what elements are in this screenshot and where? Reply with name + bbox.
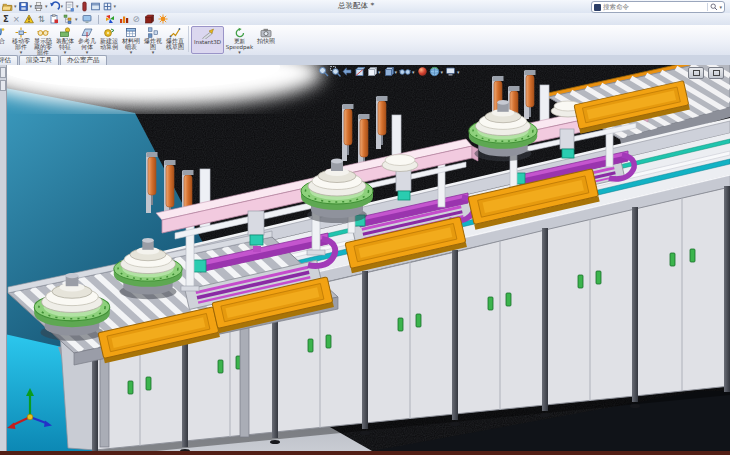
window-maximize-button[interactable] [708, 67, 724, 79]
save-icon [18, 1, 29, 12]
previous-view-icon [342, 66, 353, 77]
selection-filter-button[interactable] [80, 1, 89, 13]
no-entry-button[interactable]: ⊘ [133, 14, 140, 24]
window-layout-button[interactable] [90, 1, 101, 13]
title-bar: ▾ ▾ ▾ ▾ ▾ ▾ 总装配体 * ▾ [0, 0, 730, 14]
zoom-to-area-icon [330, 66, 341, 77]
display-style-icon [383, 66, 394, 77]
search-commands-box[interactable]: ▾ [591, 1, 725, 13]
view-orientation-button[interactable]: ▾ [366, 66, 382, 77]
ribbon-button-take-snapshot[interactable]: 拍快照 [255, 26, 277, 44]
document-properties-button[interactable]: ▾ [64, 1, 79, 13]
ribbon-button-move-component[interactable]: 移动零部件 ▾ [10, 26, 32, 55]
print-icon [33, 1, 44, 12]
ribbon-button-assembly-features[interactable]: 装配体特征 ▾ [54, 26, 76, 55]
tree-icon [63, 14, 74, 24]
tab-evaluate[interactable]: 评估 [0, 55, 18, 65]
tab-office-products[interactable]: 办公室产品 [60, 55, 107, 65]
grid-snap-button[interactable]: ▾ [102, 1, 117, 13]
equations-button[interactable]: Σ [3, 14, 9, 24]
spare-bowl-2 [382, 155, 418, 172]
save-button[interactable]: ▾ [18, 1, 33, 13]
swap-vertical-button[interactable]: ⇅ [38, 14, 45, 24]
open-button[interactable]: ▾ [2, 1, 17, 13]
ribbon-button-reference-geometry[interactable]: 参考几何体 ▾ [76, 26, 98, 55]
edit-appearance-button[interactable] [417, 66, 428, 77]
panel-tab-nub[interactable] [0, 80, 6, 91]
section-view-button[interactable] [354, 66, 365, 77]
ribbon-button-explode-line-sketch[interactable]: 爆炸直线草图 [164, 26, 186, 50]
view-settings-icon [445, 66, 456, 77]
bottom-edge-strip [0, 451, 730, 455]
tab-render-tools[interactable]: 渲染工具 [19, 55, 59, 65]
zoom-to-fit-button[interactable] [318, 66, 329, 77]
speedpak-icon [234, 26, 246, 38]
burst-icon [158, 14, 168, 24]
search-magnifier[interactable]: ▾ [707, 3, 722, 11]
panel-tab-nub[interactable] [0, 67, 6, 78]
pinwheel-icon [105, 14, 115, 24]
graphics-viewport[interactable]: ▾ ▾ ▾ ▾ ▾ [0, 65, 730, 451]
red-cube-button[interactable] [144, 14, 154, 24]
pinwheel-button[interactable] [105, 14, 115, 24]
print-button[interactable]: ▾ [33, 1, 48, 13]
grid-icon [102, 1, 113, 12]
ribbon-button-mate[interactable]: 配合 [0, 26, 10, 44]
heads-up-view-toolbar: ▾ ▾ ▾ ▾ ▾ [318, 66, 461, 77]
window-icon [90, 1, 101, 12]
ribbon-button-show-hidden-components[interactable]: 显示隐藏的零部件 [32, 26, 54, 56]
chart-icon [119, 14, 129, 24]
paste-clipboard-button[interactable] [49, 14, 59, 24]
clipboard-icon [49, 14, 59, 24]
3d-model-view[interactable] [0, 65, 730, 451]
zoom-to-area-button[interactable] [330, 66, 341, 77]
display-style-button[interactable]: ▾ [383, 66, 399, 77]
ribbon-button-new-motion-study[interactable]: 新建运动算例 [98, 26, 120, 50]
appearance-ball-icon [417, 66, 428, 77]
monitor-icon [82, 14, 92, 24]
solidworks-search-icon [594, 4, 601, 11]
undo-icon [49, 1, 60, 12]
ribbon-button-update-speedpak[interactable]: 更新Speedpak ▾ [224, 26, 255, 55]
window-restore-button[interactable] [688, 67, 704, 79]
warning-triangle-icon [24, 14, 34, 24]
hide-show-items-button[interactable]: ▾ [399, 66, 416, 77]
section-view-icon [354, 66, 365, 77]
document-window-buttons [688, 67, 724, 79]
ribbon-button-bill-of-materials[interactable]: 材料明细表 ▾ [120, 26, 142, 55]
office-chart-button[interactable] [119, 14, 129, 24]
ribbon-separator [188, 26, 189, 52]
magnifier-icon [710, 3, 718, 11]
ribbon-button-instant3d[interactable]: Instant3D [191, 26, 224, 54]
undo-button[interactable]: ▾ [49, 1, 64, 13]
open-folder-icon [2, 1, 13, 12]
orange-burst-button[interactable] [158, 14, 168, 24]
zoom-to-fit-icon [318, 66, 329, 77]
restore-icon [693, 70, 700, 76]
warning-button[interactable] [24, 14, 34, 24]
previous-view-button[interactable] [342, 66, 353, 77]
design-tree-button[interactable]: ▾ [63, 14, 78, 24]
glasses-icon [399, 66, 411, 77]
delete-x-button[interactable]: × [13, 14, 20, 24]
command-manager-tabs: 评估 渲染工具 办公室产品 [0, 55, 730, 65]
document-title: 总装配体 * [338, 1, 374, 11]
view-orientation-icon [366, 66, 377, 77]
view-settings-button[interactable]: ▾ [445, 66, 461, 77]
red-cube-icon [144, 14, 154, 24]
search-input[interactable] [601, 3, 707, 11]
apply-scene-button[interactable]: ▾ [429, 66, 445, 77]
command-manager-ribbon: 配合 移动零部件 ▾ 显示隐藏的零部件 装配体特征 ▾ 参考几何体 ▾ 新建运动… [0, 25, 730, 56]
instant3d-icon [201, 27, 215, 39]
selection-filter-icon [80, 1, 89, 12]
document-icon [64, 1, 75, 12]
maximize-icon [713, 70, 720, 76]
toolbar-divider [98, 15, 99, 24]
monitor-button[interactable] [82, 14, 92, 24]
solidworks-window: ▾ ▾ ▾ ▾ ▾ ▾ 总装配体 * ▾ [0, 0, 730, 455]
scene-globe-icon [429, 66, 440, 77]
ribbon-button-exploded-view[interactable]: 爆炸视图 ▾ [142, 26, 164, 55]
collapsed-feature-panel-strip[interactable] [0, 65, 7, 451]
